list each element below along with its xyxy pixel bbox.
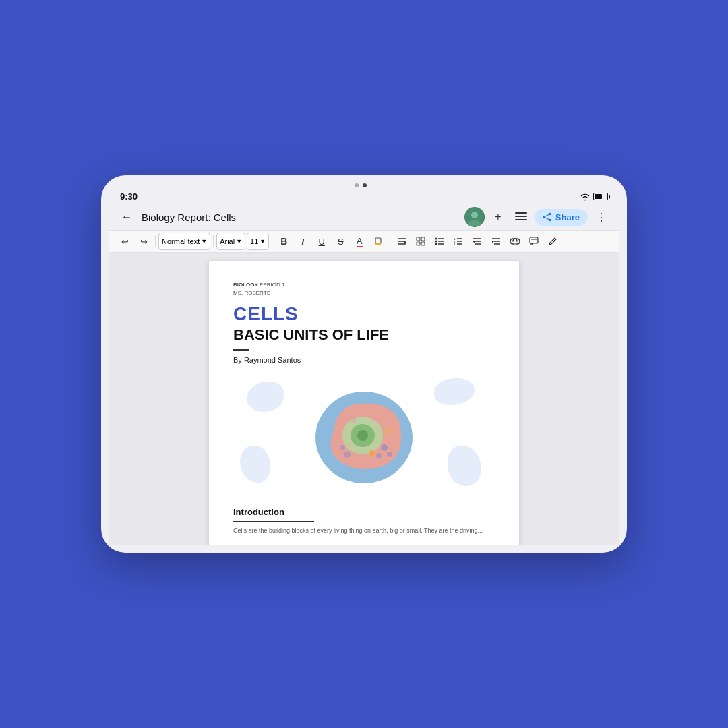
- svg-point-8: [549, 219, 551, 222]
- intro-divider: [233, 521, 314, 522]
- svg-point-58: [348, 443, 351, 446]
- share-label: Share: [555, 212, 580, 222]
- document-title-cells: CELLS: [233, 304, 495, 325]
- svg-point-50: [381, 444, 388, 451]
- svg-rect-18: [421, 237, 425, 241]
- svg-point-22: [435, 241, 437, 243]
- font-select[interactable]: Arial ▼: [216, 233, 245, 250]
- font-chevron: ▼: [236, 238, 242, 245]
- bullet-list-button[interactable]: [431, 233, 448, 250]
- svg-line-45: [553, 239, 555, 241]
- italic-button[interactable]: I: [294, 233, 311, 250]
- redo-button[interactable]: ↪: [135, 233, 152, 250]
- status-bar: 9:30: [109, 189, 619, 204]
- status-time: 9:30: [120, 191, 138, 202]
- avatar[interactable]: [464, 207, 485, 227]
- divider-3: [272, 235, 272, 247]
- intro-heading: Introduction: [233, 507, 495, 517]
- cell-diagram: [297, 380, 431, 491]
- document-author: By Raymond Santos: [233, 356, 495, 364]
- share-button[interactable]: Share: [535, 209, 588, 226]
- svg-point-52: [376, 453, 382, 458]
- bold-button[interactable]: B: [275, 233, 293, 250]
- add-button[interactable]: +: [489, 208, 508, 226]
- svg-point-6: [549, 213, 551, 216]
- svg-rect-20: [421, 242, 425, 245]
- dot-left: [355, 183, 359, 187]
- font-label: Arial: [220, 237, 235, 245]
- status-icons: [580, 193, 608, 201]
- svg-point-49: [357, 430, 368, 441]
- intro-text: Cells are the building blocks of every l…: [233, 526, 495, 536]
- format-button[interactable]: [412, 233, 429, 250]
- svg-marker-36: [473, 241, 475, 243]
- numbered-list-button[interactable]: 1. 2. 3.: [450, 233, 467, 250]
- svg-point-21: [435, 238, 437, 240]
- document-subtitle: BASIC UNITS OF LIFE: [233, 326, 495, 344]
- size-chevron: ▼: [260, 238, 266, 245]
- blob-2: [240, 446, 270, 483]
- tablet-device: 9:30 ← Biology Report: Cells: [101, 175, 627, 553]
- more-button[interactable]: ⋮: [592, 208, 611, 226]
- divider-2: [213, 235, 214, 247]
- camera-dot: [363, 183, 367, 187]
- blob-4: [448, 446, 481, 486]
- align-button[interactable]: [393, 233, 411, 250]
- underline-button[interactable]: U: [313, 233, 330, 250]
- document-meta: BIOLOGY PERIOD 1 MS. ROBERTS: [233, 281, 495, 297]
- formatting-toolbar: ↩ ↪ Normal text ▼ Arial ▼ 11 ▼ B I U S A: [109, 230, 619, 253]
- pen-button[interactable]: [544, 233, 562, 250]
- battery-fill: [595, 194, 602, 199]
- cell-illustration: [233, 375, 495, 496]
- battery-icon: [593, 193, 608, 200]
- svg-marker-44: [530, 243, 533, 245]
- svg-marker-40: [492, 241, 494, 243]
- style-select[interactable]: Normal text ▼: [158, 233, 210, 250]
- blob-3: [434, 378, 475, 405]
- meta-bold: BIOLOGY: [233, 282, 258, 288]
- svg-rect-17: [417, 237, 420, 241]
- svg-point-7: [543, 216, 546, 218]
- undo-button[interactable]: ↩: [116, 233, 133, 250]
- divider-1: [155, 235, 156, 247]
- svg-rect-5: [515, 219, 527, 220]
- document-area[interactable]: BIOLOGY PERIOD 1 MS. ROBERTS CELLS BASIC…: [109, 253, 619, 545]
- svg-point-51: [387, 452, 392, 457]
- size-label: 11: [250, 237, 258, 245]
- style-chevron: ▼: [201, 238, 207, 245]
- share-icon: [543, 212, 552, 222]
- svg-point-57: [373, 418, 376, 421]
- highlight-button[interactable]: [369, 233, 387, 250]
- svg-rect-41: [530, 237, 538, 243]
- svg-point-59: [369, 450, 375, 456]
- document-title: Biology Report: Cells: [142, 212, 459, 223]
- meta-line2: MS. ROBERTS: [233, 290, 270, 296]
- strikethrough-button[interactable]: S: [332, 233, 349, 250]
- blob-1: [247, 382, 284, 412]
- style-label: Normal text: [162, 237, 200, 245]
- svg-rect-3: [515, 212, 527, 214]
- svg-point-1: [471, 212, 478, 218]
- svg-rect-11: [375, 238, 381, 243]
- camera-area: [355, 183, 367, 187]
- divider-4: [390, 235, 390, 247]
- size-select[interactable]: 11 ▼: [247, 233, 269, 250]
- document-page: BIOLOGY PERIOD 1 MS. ROBERTS CELLS BASIC…: [209, 261, 519, 545]
- account-button[interactable]: [512, 208, 530, 226]
- svg-point-54: [340, 445, 345, 450]
- svg-rect-4: [515, 216, 527, 217]
- app-bar: ← Biology Report: Cells +: [109, 204, 619, 230]
- indent-dec-button[interactable]: [468, 233, 486, 250]
- svg-line-9: [545, 214, 549, 216]
- svg-text:3.: 3.: [454, 243, 456, 245]
- svg-point-23: [435, 243, 437, 245]
- title-divider: [233, 349, 249, 351]
- svg-line-10: [545, 218, 549, 220]
- back-button[interactable]: ←: [117, 208, 136, 226]
- comment-button[interactable]: [525, 233, 543, 250]
- indent-inc-button[interactable]: [487, 233, 505, 250]
- svg-point-53: [344, 451, 351, 458]
- text-color-button[interactable]: A: [351, 233, 368, 250]
- link-button[interactable]: [506, 233, 524, 250]
- svg-rect-19: [417, 242, 420, 245]
